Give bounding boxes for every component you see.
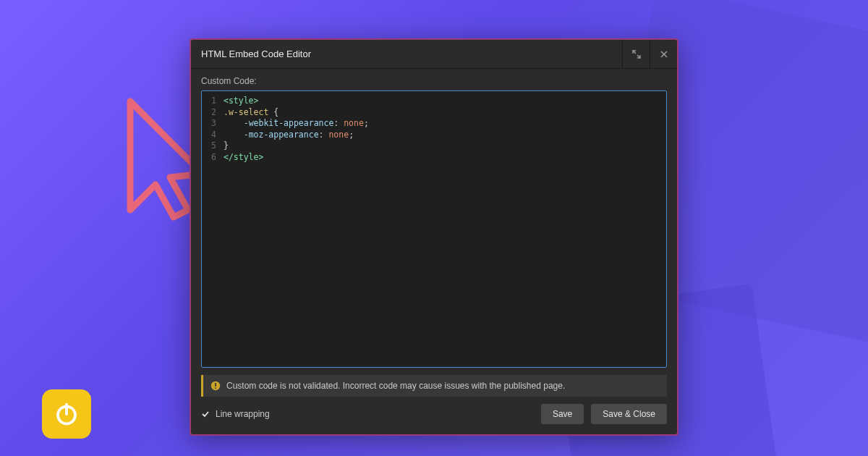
warning-icon (210, 381, 221, 391)
power-icon (54, 401, 80, 427)
check-icon (201, 410, 210, 418)
code-editor[interactable]: 123456 <style>.w-select { -webkit-appear… (201, 90, 667, 368)
modal-footer: Line wrapping Save Save & Close (191, 397, 677, 434)
svg-rect-3 (215, 383, 216, 387)
section-label: Custom Code: (191, 69, 677, 90)
line-gutter: 123456 (202, 91, 221, 367)
save-button[interactable]: Save (541, 404, 584, 424)
svg-rect-4 (215, 387, 216, 389)
close-button[interactable] (650, 40, 677, 69)
modal-title: HTML Embed Code Editor (191, 48, 622, 59)
warning-text: Custom code is not validated. Incorrect … (226, 381, 565, 391)
line-wrapping-label: Line wrapping (216, 409, 270, 419)
code-content[interactable]: <style>.w-select { -webkit-appearance: n… (221, 91, 666, 367)
save-close-button[interactable]: Save & Close (591, 404, 667, 424)
warning-bar: Custom code is not validated. Incorrect … (201, 375, 667, 397)
close-icon (660, 50, 668, 59)
line-wrapping-checkbox[interactable]: Line wrapping (201, 409, 270, 419)
power-logo (42, 389, 91, 439)
expand-icon (632, 50, 641, 59)
code-editor-modal: HTML Embed Code Editor Custom Code: 1234… (190, 38, 678, 436)
expand-button[interactable] (622, 40, 650, 69)
modal-header: HTML Embed Code Editor (191, 40, 677, 69)
